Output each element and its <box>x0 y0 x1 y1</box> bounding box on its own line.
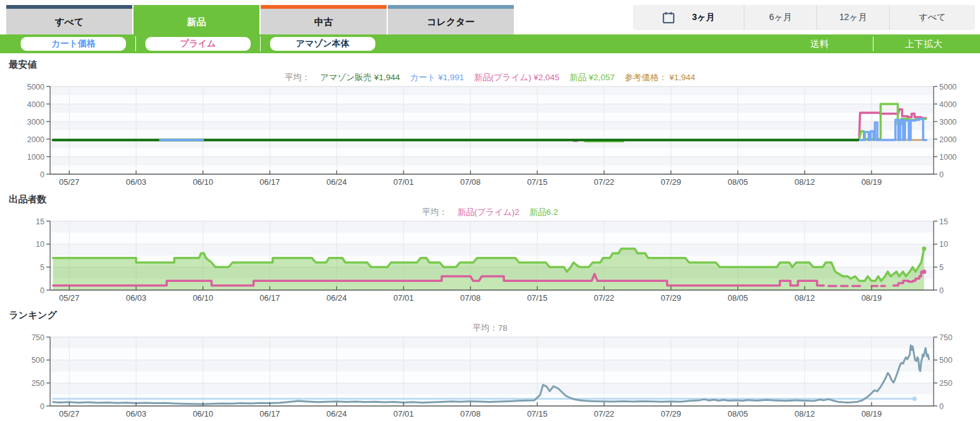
period-all-label: すべて <box>919 12 946 23</box>
svg-text:5: 5 <box>939 263 944 272</box>
toolbar-separator <box>873 36 873 51</box>
header-tabs-row: すべて 新品 中古 コレクター 3ヶ月 6ヶ月 12ヶ月 <box>0 5 980 34</box>
legend-item: 新品(プライム) ¥2,045 <box>474 73 560 82</box>
svg-text:0: 0 <box>40 170 44 179</box>
tab-all[interactable]: すべて <box>6 5 132 34</box>
svg-text:07/01: 07/01 <box>394 409 414 418</box>
svg-text:07/08: 07/08 <box>460 409 481 418</box>
svg-text:07/15: 07/15 <box>527 293 548 303</box>
legend-item: カート ¥1,991 <box>410 73 464 82</box>
svg-text:07/01: 07/01 <box>394 293 414 303</box>
svg-text:08/12: 08/12 <box>795 177 815 187</box>
tab-used-accent-strip <box>261 5 387 9</box>
svg-text:08/19: 08/19 <box>862 177 882 187</box>
svg-text:06/10: 06/10 <box>193 177 214 187</box>
tab-new-accent-strip <box>133 5 259 9</box>
svg-text:06/17: 06/17 <box>259 293 280 303</box>
expand-vertical-button[interactable]: 上下拡大 <box>877 38 971 50</box>
legend-item: 平均： <box>422 207 447 217</box>
tab-collectible-label: コレクター <box>427 16 474 28</box>
svg-text:05/27: 05/27 <box>59 293 80 303</box>
svg-text:06/03: 06/03 <box>126 409 147 418</box>
tab-collectible[interactable]: コレクター <box>388 5 514 34</box>
seller-count-section: 出品者数 平均：新品(プライム)2新品6.2 00551010151505/27… <box>0 194 980 304</box>
period-12months-label: 12ヶ月 <box>840 12 867 23</box>
lowest-price-legend: 平均：アマゾン販売 ¥1,944カート ¥1,991新品(プライム) ¥2,04… <box>0 72 980 84</box>
svg-text:08/19: 08/19 <box>862 293 882 303</box>
period-selector: 3ヶ月 6ヶ月 12ヶ月 すべて <box>633 5 975 30</box>
svg-text:06/24: 06/24 <box>326 293 347 303</box>
svg-text:1000: 1000 <box>27 153 44 162</box>
prime-toggle-button[interactable]: プライム <box>145 37 251 51</box>
lowest-price-title: 最安値 <box>9 59 980 71</box>
svg-text:5: 5 <box>40 263 44 272</box>
svg-text:06/10: 06/10 <box>193 293 214 303</box>
chart-toolbar: カート価格 プライム アマゾン本体 送料 上下拡大 <box>0 34 980 53</box>
legend-item: 平均：78 <box>472 323 508 333</box>
ranking-title: ランキング <box>9 309 980 321</box>
svg-text:4000: 4000 <box>939 100 957 109</box>
shipping-toggle-button[interactable]: 送料 <box>769 38 870 50</box>
tab-all-label: すべて <box>55 16 83 28</box>
svg-text:5000: 5000 <box>939 84 957 91</box>
seller-count-legend: 平均：新品(プライム)2新品6.2 <box>0 207 980 219</box>
svg-text:1000: 1000 <box>939 153 957 162</box>
svg-text:07/01: 07/01 <box>394 177 414 187</box>
ranking-chart[interactable]: 0025025050050075075005/2706/0306/1006/17… <box>0 335 980 420</box>
svg-text:500: 500 <box>939 356 952 365</box>
amazon-toggle-button[interactable]: アマゾン本体 <box>270 37 375 51</box>
svg-text:06/17: 06/17 <box>259 177 280 187</box>
period-6months-label: 6ヶ月 <box>769 12 791 23</box>
svg-text:06/24: 06/24 <box>326 177 347 187</box>
svg-text:0: 0 <box>939 286 944 295</box>
tab-collectible-accent-strip <box>388 5 514 9</box>
svg-text:06/03: 06/03 <box>126 177 147 187</box>
lowest-price-chart[interactable]: 0010001000200020003000300040004000500050… <box>0 84 980 188</box>
svg-text:4000: 4000 <box>27 100 44 109</box>
tab-new[interactable]: 新品 <box>133 5 259 34</box>
svg-text:07/15: 07/15 <box>527 409 548 418</box>
svg-text:07/29: 07/29 <box>661 409 682 418</box>
lowest-price-section: 最安値 平均：アマゾン販売 ¥1,944カート ¥1,991新品(プライム) ¥… <box>0 59 980 188</box>
period-3months-button[interactable]: 3ヶ月 <box>633 5 744 30</box>
svg-text:08/19: 08/19 <box>862 409 882 418</box>
svg-text:10: 10 <box>939 240 948 249</box>
svg-text:06/10: 06/10 <box>193 409 214 418</box>
tab-used[interactable]: 中古 <box>261 5 387 34</box>
svg-text:06/03: 06/03 <box>126 293 147 303</box>
svg-text:08/12: 08/12 <box>795 293 815 303</box>
svg-text:05/27: 05/27 <box>59 177 80 187</box>
svg-text:07/08: 07/08 <box>460 293 481 303</box>
period-6months-button[interactable]: 6ヶ月 <box>744 5 817 30</box>
svg-text:08/12: 08/12 <box>795 409 815 418</box>
ranking-legend: 平均：78 <box>0 323 980 335</box>
svg-text:06/24: 06/24 <box>326 409 347 418</box>
svg-text:5000: 5000 <box>27 84 44 91</box>
svg-text:15: 15 <box>36 219 44 226</box>
svg-text:500: 500 <box>31 356 44 365</box>
seller-count-title: 出品者数 <box>9 194 980 205</box>
svg-text:07/15: 07/15 <box>527 177 548 187</box>
cart-price-toggle-button[interactable]: カート価格 <box>21 37 126 51</box>
period-12months-button[interactable]: 12ヶ月 <box>817 5 890 30</box>
period-3months-label: 3ヶ月 <box>692 12 714 23</box>
svg-text:0: 0 <box>40 402 44 411</box>
period-all-button[interactable]: すべて <box>890 5 975 30</box>
condition-tabs: すべて 新品 中古 コレクター <box>6 5 515 34</box>
svg-text:250: 250 <box>939 379 952 388</box>
svg-text:07/08: 07/08 <box>460 177 481 187</box>
ranking-section: ランキング 平均：78 0025025050050075075005/2706/… <box>0 309 980 420</box>
svg-text:10: 10 <box>36 240 44 249</box>
svg-text:0: 0 <box>939 402 944 411</box>
legend-item: 新品6.2 <box>529 207 558 217</box>
svg-text:750: 750 <box>939 335 952 342</box>
calendar-icon <box>662 11 675 24</box>
toolbar-separator <box>135 36 136 51</box>
svg-text:05/27: 05/27 <box>59 409 80 418</box>
svg-text:07/22: 07/22 <box>594 409 615 418</box>
svg-text:07/22: 07/22 <box>594 177 615 187</box>
seller-count-chart[interactable]: 00551010151505/2706/0306/1006/1706/2407/… <box>0 219 980 304</box>
svg-text:750: 750 <box>31 335 44 342</box>
toolbar-right-group: 送料 上下拡大 <box>769 34 980 53</box>
svg-text:0: 0 <box>939 170 944 179</box>
